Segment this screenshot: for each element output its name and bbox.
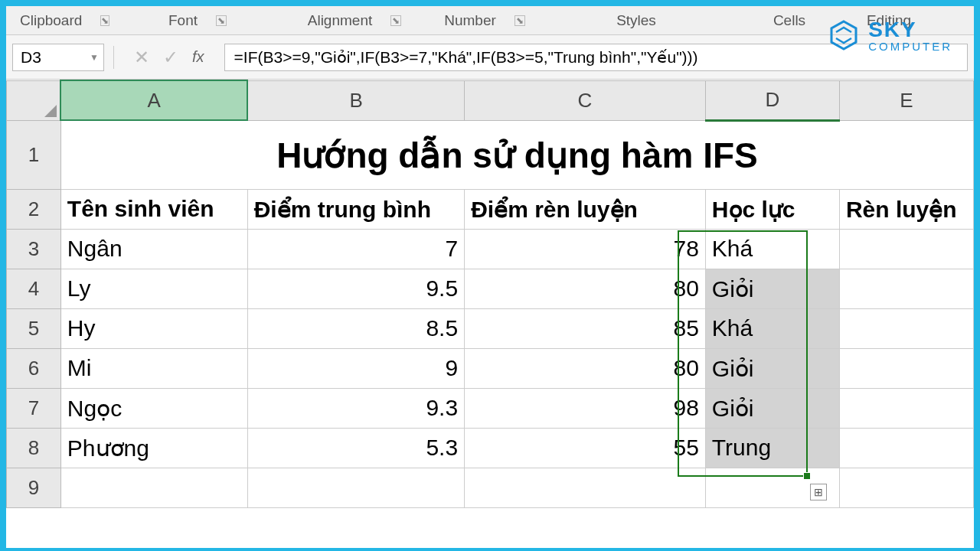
- data-cell[interactable]: [839, 428, 973, 468]
- row-header-9[interactable]: 9: [7, 468, 61, 507]
- data-cell[interactable]: Phương: [60, 428, 247, 468]
- data-cell[interactable]: [839, 388, 973, 428]
- data-cell[interactable]: Mi: [60, 348, 247, 388]
- col-header-e[interactable]: E: [839, 80, 973, 120]
- data-cell[interactable]: Trung: [705, 428, 839, 468]
- chevron-down-icon[interactable]: ▼: [90, 52, 99, 63]
- logo-icon: [825, 17, 862, 54]
- group-number[interactable]: Number⬊: [427, 6, 542, 34]
- brand-logo: SKY COMPUTER: [825, 17, 952, 54]
- data-cell[interactable]: 80: [465, 348, 706, 388]
- row-header[interactable]: 8: [7, 428, 61, 468]
- data-cell[interactable]: [839, 229, 973, 269]
- data-cell[interactable]: Hy: [60, 308, 247, 348]
- name-box[interactable]: D3▼: [12, 44, 104, 71]
- empty-cell[interactable]: [247, 468, 464, 507]
- header-cell[interactable]: Rèn luyện: [839, 189, 973, 229]
- group-styles[interactable]: Styles: [542, 6, 749, 34]
- header-cell[interactable]: Tên sinh viên: [60, 189, 247, 229]
- data-cell[interactable]: Giỏi: [705, 388, 839, 428]
- autofill-options-icon[interactable]: ⊞: [810, 484, 827, 500]
- dialog-launcher-icon[interactable]: ⬊: [216, 15, 227, 26]
- data-cell[interactable]: Giỏi: [705, 348, 839, 388]
- data-cell[interactable]: 9: [247, 348, 464, 388]
- active-cell[interactable]: Khá: [705, 229, 839, 269]
- col-header-a[interactable]: A: [60, 80, 247, 120]
- cancel-icon[interactable]: ✕: [134, 47, 149, 68]
- logo-brand-text: SKY: [868, 19, 952, 41]
- row-header[interactable]: 4: [7, 269, 61, 308]
- data-cell[interactable]: 55: [465, 428, 706, 468]
- data-cell[interactable]: 5.3: [247, 428, 464, 468]
- data-cell[interactable]: Giỏi: [705, 269, 839, 308]
- row-header[interactable]: 5: [7, 308, 61, 348]
- data-cell[interactable]: [839, 308, 973, 348]
- data-cell[interactable]: [839, 348, 973, 388]
- col-header-b[interactable]: B: [247, 80, 464, 120]
- logo-sub-text: COMPUTER: [868, 41, 952, 52]
- data-cell[interactable]: 78: [465, 229, 706, 269]
- row-header[interactable]: 6: [7, 348, 61, 388]
- data-cell[interactable]: 9.3: [247, 388, 464, 428]
- group-clipboard[interactable]: Clipboard⬊: [6, 6, 113, 34]
- fill-handle[interactable]: [803, 472, 811, 480]
- row-header-2[interactable]: 2: [7, 189, 61, 229]
- data-cell[interactable]: Ngọc: [60, 388, 247, 428]
- dialog-launcher-icon[interactable]: ⬊: [514, 15, 525, 26]
- group-font[interactable]: Font⬊: [113, 6, 282, 34]
- fx-icon[interactable]: fx: [192, 48, 204, 66]
- data-cell[interactable]: 9.5: [247, 269, 464, 308]
- select-all-corner[interactable]: [7, 80, 61, 120]
- header-cell[interactable]: Điểm rèn luyện: [465, 189, 706, 229]
- spreadsheet-grid[interactable]: A B C D E 1 Hướng dẫn sử dụng hàm IFS 2 …: [6, 80, 974, 508]
- dialog-launcher-icon[interactable]: ⬊: [390, 15, 401, 26]
- data-cell[interactable]: 85: [465, 308, 706, 348]
- data-cell[interactable]: 98: [465, 388, 706, 428]
- empty-cell[interactable]: [465, 468, 706, 507]
- data-cell[interactable]: 80: [465, 269, 706, 308]
- header-cell[interactable]: Học lực: [705, 189, 839, 229]
- col-header-c[interactable]: C: [465, 80, 706, 120]
- title-cell[interactable]: Hướng dẫn sử dụng hàm IFS: [60, 120, 973, 189]
- data-cell[interactable]: Khá: [705, 308, 839, 348]
- separator: [113, 46, 114, 69]
- data-cell[interactable]: 7: [247, 229, 464, 269]
- data-cell[interactable]: [839, 269, 973, 308]
- col-header-d[interactable]: D: [705, 80, 839, 120]
- data-cell[interactable]: Ngân: [60, 229, 247, 269]
- group-alignment[interactable]: Alignment⬊: [282, 6, 427, 34]
- row-header-1[interactable]: 1: [7, 120, 61, 189]
- enter-icon[interactable]: ✓: [163, 47, 178, 68]
- header-cell[interactable]: Điểm trung bình: [247, 189, 464, 229]
- empty-cell[interactable]: [839, 468, 973, 507]
- empty-cell[interactable]: [60, 468, 247, 507]
- row-header[interactable]: 3: [7, 229, 61, 269]
- data-cell[interactable]: Ly: [60, 269, 247, 308]
- row-header[interactable]: 7: [7, 388, 61, 428]
- dialog-launcher-icon[interactable]: ⬊: [100, 15, 109, 26]
- data-cell[interactable]: 8.5: [247, 308, 464, 348]
